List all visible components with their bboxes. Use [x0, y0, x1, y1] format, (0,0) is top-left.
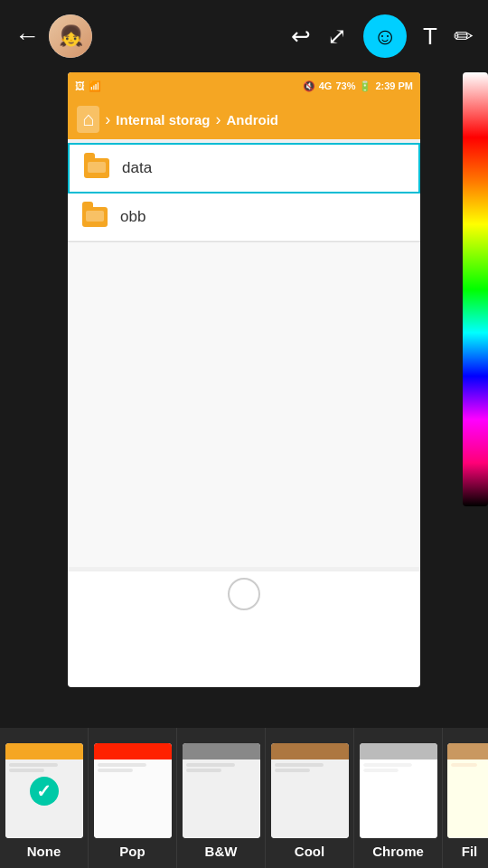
- filter-thumb-fil: [447, 743, 489, 838]
- filter-thumb-inner-fil: [447, 743, 489, 838]
- back-button[interactable]: ←: [14, 22, 40, 51]
- thumb-line-1: [9, 763, 59, 767]
- filter-chrome[interactable]: Chrome: [354, 728, 443, 868]
- pen-icon[interactable]: ✏: [454, 23, 474, 51]
- file-name-obb: obb: [120, 208, 145, 226]
- filter-bw[interactable]: B&W: [177, 728, 266, 868]
- filter-thumb-cool: [271, 743, 349, 838]
- smiley-icon: ☺: [373, 23, 398, 51]
- filter-label-bw: B&W: [205, 844, 238, 859]
- thumb-bar-fil: [447, 743, 489, 760]
- color-bar[interactable]: [463, 72, 488, 506]
- empty-area: [68, 241, 420, 567]
- thumb-content-bw: [183, 760, 260, 838]
- folder-icon-data: [82, 154, 111, 183]
- thumb-content-cool: [271, 760, 349, 838]
- breadcrumb-sep-1: ›: [105, 110, 110, 129]
- avatar-image: 👧: [49, 14, 92, 58]
- thumb-line-cool-2: [275, 769, 310, 772]
- folder-icon-obb: [80, 203, 109, 231]
- filter-fil[interactable]: Fil: [443, 728, 488, 868]
- thumb-bar-bw: [183, 743, 260, 760]
- thumb-bar-cool: [271, 743, 349, 760]
- text-icon[interactable]: T: [423, 23, 437, 51]
- thumb-content-fil: [447, 760, 489, 838]
- thumb-line-bw-1: [186, 763, 236, 767]
- thumb-line-chrome-2: [363, 769, 399, 772]
- filter-thumb-chrome: [360, 743, 437, 838]
- undo-icon[interactable]: ↩: [291, 23, 311, 51]
- filter-thumb-inner-cool: [271, 743, 349, 838]
- breadcrumb-bar: ⌂ › Internal storag › Android: [68, 99, 420, 139]
- thumb-line-bw-2: [186, 769, 221, 772]
- signal-icon: 📶: [89, 80, 101, 92]
- home-button[interactable]: [228, 578, 260, 610]
- status-right: 🔇 4G 73% 🔋 2:39 PM: [303, 80, 413, 92]
- status-left: 🖼 📶: [75, 80, 101, 92]
- filter-thumb-pop: [94, 743, 172, 838]
- phone-screen: 🖼 📶 🔇 4G 73% 🔋 2:39 PM ⌂ › Internal stor…: [68, 72, 420, 687]
- thumb-bar-none: [5, 743, 83, 760]
- top-toolbar: ← 👧 ↩ ⤢ ☺ T ✏: [0, 0, 488, 72]
- crop-icon[interactable]: ⤢: [327, 23, 347, 51]
- file-item-data[interactable]: data: [68, 143, 420, 193]
- battery-icon: 🔋: [359, 80, 371, 92]
- thumb-bar-chrome: [360, 743, 437, 760]
- filter-thumb-inner-pop: [94, 743, 172, 838]
- mute-icon: 🔇: [303, 80, 315, 92]
- filter-none[interactable]: ✓ None: [0, 728, 89, 868]
- smiley-button[interactable]: ☺: [363, 14, 407, 58]
- filter-thumb-none: ✓: [5, 743, 83, 838]
- breadcrumb-android[interactable]: Android: [226, 112, 278, 127]
- avatar[interactable]: 👧: [49, 14, 92, 58]
- filter-row: ✓ None Pop B&W: [0, 728, 488, 868]
- thumb-bar-pop: [94, 743, 172, 760]
- breadcrumb-internal[interactable]: Internal storag: [116, 112, 210, 127]
- image-icon: 🖼: [75, 80, 85, 91]
- toolbar-left: ← 👧: [14, 14, 92, 58]
- filter-pop[interactable]: Pop: [89, 728, 177, 868]
- breadcrumb-sep-2: ›: [215, 110, 221, 129]
- file-name-data: data: [122, 159, 152, 177]
- thumb-line-pop-1: [98, 763, 147, 767]
- filter-cool[interactable]: Cool: [266, 728, 354, 868]
- filter-label-fil: Fil: [462, 844, 478, 859]
- file-list: data obb: [68, 139, 420, 571]
- thumb-line-fil-1: [451, 763, 477, 767]
- filter-label-cool: Cool: [295, 844, 324, 859]
- filter-thumb-bw: [183, 743, 260, 838]
- toolbar-right: ↩ ⤢ ☺ T ✏: [291, 14, 474, 58]
- filter-label-chrome: Chrome: [372, 844, 424, 859]
- thumb-line-2: [9, 769, 44, 772]
- thumb-content-pop: [94, 760, 172, 838]
- filter-thumb-inner-chrome: [360, 743, 437, 838]
- battery-pct: 73%: [335, 80, 355, 91]
- thumb-line-chrome-1: [363, 763, 413, 767]
- file-item-obb[interactable]: obb: [68, 193, 420, 241]
- thumb-content-chrome: [360, 760, 437, 838]
- filter-selected-check: ✓: [30, 777, 59, 806]
- data-icon: 4G: [319, 80, 333, 91]
- phone-bottom-nav: [68, 571, 420, 616]
- filter-thumb-inner-bw: [183, 743, 260, 838]
- thumb-line-pop-2: [98, 769, 133, 772]
- filter-label-pop: Pop: [119, 844, 145, 859]
- thumb-line-cool-1: [275, 763, 324, 767]
- status-bar: 🖼 📶 🔇 4G 73% 🔋 2:39 PM: [68, 72, 420, 99]
- home-icon[interactable]: ⌂: [77, 106, 99, 133]
- filter-label-none: None: [27, 844, 61, 859]
- time-display: 2:39 PM: [375, 80, 413, 91]
